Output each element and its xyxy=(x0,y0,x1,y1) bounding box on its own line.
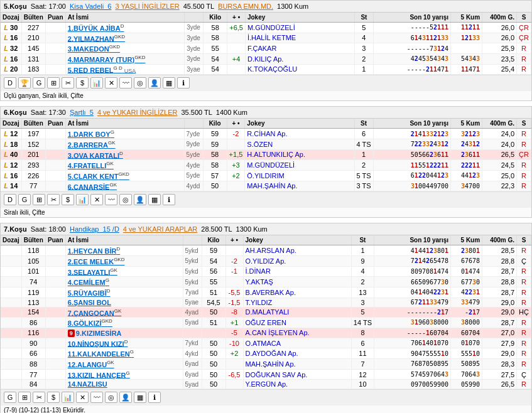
horse-name-cell[interactable]: 1.BÜYÜK AJİBAD xyxy=(65,23,184,33)
d-icon[interactable]: D xyxy=(4,194,16,205)
horse-name-cell[interactable]: 11.KALKANDELENG xyxy=(65,348,183,359)
horse-name-cell[interactable]: 12.ALANGUGK xyxy=(65,359,183,370)
info-icon[interactable]: ℹ xyxy=(177,77,190,88)
circle-icon[interactable]: ◎ xyxy=(134,77,146,88)
jockey-cell[interactable]: AH.ARSLAN Ap. xyxy=(243,245,351,256)
horse-name-cell[interactable]: 3.OVA KARTALID xyxy=(65,149,184,160)
person-icon[interactable]: 👤 xyxy=(148,77,161,88)
person-icon[interactable]: 👤 xyxy=(134,194,146,205)
jockey-cell[interactable]: Ö.YILDIRIM xyxy=(245,170,354,181)
race-6-link1[interactable]: Şartlı_5 xyxy=(70,109,94,116)
jockey-cell[interactable]: D.MALATYALI xyxy=(243,307,351,318)
horse-name-cell[interactable]: 3.MAKEDONGKD xyxy=(65,43,184,54)
jockey-cell[interactable]: M.GÜNDÜZELİ xyxy=(245,23,354,33)
race-7-link1[interactable]: Handikap_15 /D xyxy=(70,225,119,233)
wave-icon[interactable]: 〰 xyxy=(90,392,103,403)
table-icon[interactable]: ⊞ xyxy=(33,194,45,205)
horse-name-cell[interactable]: 5.CLARK KENTGKD xyxy=(65,170,184,181)
jockey-cell[interactable]: MAH.ŞAHİN Ap. xyxy=(243,359,351,370)
bar-icon[interactable]: ▦ xyxy=(134,392,146,403)
horse-name-cell[interactable]: 7.ÇANGOCANGK xyxy=(65,307,183,318)
scissors-icon[interactable]: ✂ xyxy=(33,392,45,403)
dozaj-cell xyxy=(1,298,21,307)
race-6-link2[interactable]: 4 ve YUKARI İNGİLİZLER xyxy=(97,109,178,116)
circle-icon[interactable]: ◎ xyxy=(119,194,132,205)
horse-name-cell[interactable]: 4.CEMİLEMG xyxy=(65,277,183,287)
jockey-cell[interactable]: H.ALTUNKILIÇ Ap. xyxy=(245,149,354,160)
horse-name-cell[interactable]: 14.NAZLISU xyxy=(65,380,183,389)
race-5-venue[interactable]: BURSA EMN.MD. xyxy=(218,3,273,10)
jockey-cell[interactable]: B.AVERBAK Ap. xyxy=(243,287,351,298)
person-icon[interactable]: 👤 xyxy=(119,392,132,403)
scissors-icon[interactable]: ✂ xyxy=(62,77,74,88)
jockey-cell[interactable]: S.ÖZEN xyxy=(245,139,354,149)
wave-icon[interactable]: 〰 xyxy=(119,77,132,88)
scissors-icon[interactable]: ✂ xyxy=(47,194,60,205)
trophy-icon[interactable]: 🏆 xyxy=(18,77,31,88)
x-icon[interactable]: ✕ xyxy=(90,194,103,205)
chart-icon[interactable]: 📊 xyxy=(76,194,89,205)
horse-name-cell[interactable]: 4.MARMARAY (TUR)GKD xyxy=(65,53,184,64)
x-icon[interactable]: ✕ xyxy=(76,392,89,403)
race-7-footer: (7-9) (10-12) (11-13) Eküridir. İkili, S… xyxy=(1,405,531,413)
horse-name-cell[interactable]: 6.ŞANSI BOL xyxy=(65,298,183,307)
horse-name-cell[interactable]: 8.GÖLKIZİGKD xyxy=(65,318,183,328)
bar-icon[interactable]: ▦ xyxy=(148,194,161,205)
jockey-cell[interactable]: D.AYDOĞAN Ap. xyxy=(243,348,351,359)
g-icon[interactable]: G xyxy=(18,194,31,205)
dollar-icon[interactable]: $ xyxy=(47,392,60,403)
jockey-cell[interactable]: O.ATMACA xyxy=(243,338,351,348)
horse-name-cell[interactable]: 2.YILMAZHANGKD xyxy=(65,33,184,43)
horse-name-cell[interactable]: 5.RED REBELG D USA xyxy=(65,64,184,75)
st-cell: 1 xyxy=(354,149,373,160)
horse-name-cell[interactable]: 2.BARRERAGK xyxy=(65,139,184,149)
horse-name-cell[interactable]: 4.FRATELLIGK xyxy=(65,160,184,171)
jockey-cell[interactable]: A.CAN İŞLEYEN Ap. xyxy=(243,328,351,338)
table-icon[interactable]: ⊞ xyxy=(47,77,60,88)
chart-icon[interactable]: 📊 xyxy=(62,392,74,403)
jockey-cell[interactable]: İ.HALİL KETME xyxy=(245,33,354,43)
pm-cell: -2 xyxy=(225,255,243,266)
jockey-cell[interactable]: MAH.ŞAHİN Ap. xyxy=(245,181,354,191)
horse-name-cell[interactable]: 13.KIZIL HANÇERG xyxy=(65,369,183,380)
horse-name-cell[interactable]: 1.HEYCAN BİRD xyxy=(65,245,183,256)
dollar-icon[interactable]: $ xyxy=(62,194,74,205)
age-cell: 6yad xyxy=(183,369,202,380)
bar-icon[interactable]: ▦ xyxy=(163,77,175,88)
horse-name-cell[interactable]: 99.KIZIMESİRA xyxy=(65,328,183,338)
horse-name-cell[interactable]: 1.DARK BOYG xyxy=(65,129,184,139)
jockey-cell[interactable]: O.YILDIZ Ap. xyxy=(243,255,351,266)
info-icon[interactable]: ℹ xyxy=(148,392,161,403)
wave-icon[interactable]: 〰 xyxy=(105,194,117,205)
col-header-s: S xyxy=(517,119,531,129)
pm-cell: -1 xyxy=(225,266,243,277)
jockey-cell[interactable]: F.ÇAKAR xyxy=(245,43,354,54)
table-icon[interactable]: ⊞ xyxy=(18,392,31,403)
jockey-cell[interactable]: D.KILIÇ Ap. xyxy=(245,53,354,64)
horse-name-cell[interactable]: 3.SELAYATLIGK xyxy=(65,266,183,277)
horse-name-cell[interactable]: 10.NİNOŞUN KIZID xyxy=(65,338,183,348)
d-icon[interactable]: D xyxy=(4,77,16,88)
jockey-cell[interactable]: T.YILDIZ xyxy=(243,298,351,307)
info-icon[interactable]: ℹ xyxy=(163,194,175,205)
jockey-cell[interactable]: Y.ERGÜN Ap. xyxy=(243,380,351,389)
chart-icon[interactable]: 📊 xyxy=(90,77,103,88)
jockey-cell[interactable]: İ.DİNAR xyxy=(243,266,351,277)
race-7-link2[interactable]: 4 ve YUKARI ARAPLAR xyxy=(123,225,197,233)
jockey-cell[interactable]: M.GÜNDÜZELİ xyxy=(245,160,354,171)
jockey-cell[interactable]: K.TOKAÇOĞLU xyxy=(245,64,354,75)
jockey-cell[interactable]: DOĞUKAN SAV Ap. xyxy=(243,369,351,380)
x-icon[interactable]: ✕ xyxy=(105,77,117,88)
race-5-link2[interactable]: 3 YAŞLI İNGİLİZLER xyxy=(115,3,179,10)
horse-name-cell[interactable]: 2.ECE MELEKGKD xyxy=(65,255,183,266)
g-icon[interactable]: G xyxy=(4,392,16,403)
jockey-cell[interactable]: OĞUZ EREN xyxy=(243,318,351,328)
circle-icon[interactable]: ◎ xyxy=(105,392,117,403)
race-5-link1[interactable]: Kisa Vadeli_6 xyxy=(70,3,111,10)
g-icon[interactable]: G xyxy=(33,77,45,88)
horse-name-cell[interactable]: 5.RÜYAGIBÎD xyxy=(65,287,183,298)
jockey-cell[interactable]: Y.AKTAŞ xyxy=(243,277,351,287)
jockey-cell[interactable]: R.CİHAN Ap. xyxy=(245,129,354,139)
dollar-icon[interactable]: $ xyxy=(76,77,89,88)
horse-name-cell[interactable]: 6.CANARSİEGK xyxy=(65,181,184,191)
